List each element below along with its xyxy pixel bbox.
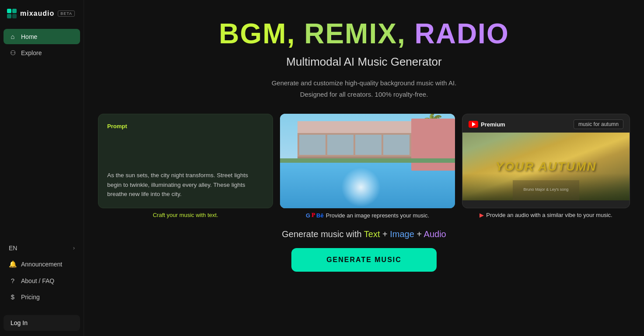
generate-section: Generate music with Text + Image + Audio… (282, 229, 446, 272)
beta-badge: BETA (58, 10, 75, 17)
sidebar-nav: ⌂ Home ⚇ Explore (0, 27, 84, 237)
about-label: About / FAQ (21, 277, 54, 284)
sidebar-item-explore-label: Explore (21, 49, 42, 56)
language-selector[interactable]: EN › (4, 241, 80, 256)
sidebar-item-about[interactable]: ? About / FAQ (4, 273, 80, 288)
hero-subtitle: Multimodal AI Music Generator (286, 55, 441, 69)
sidebar-item-explore[interactable]: ⚇ Explore (4, 45, 80, 61)
audio-highlight: Audio (424, 229, 446, 239)
hero-description: Generate and customize high-quality back… (272, 77, 457, 100)
sidebar-bottom: EN › 🔔 Announcement ? About / FAQ $ Pric… (0, 237, 84, 312)
image-card-label: G 𝐏 Bē Provide an image represents your … (280, 212, 455, 219)
hero-title: BGM, REMIX, RADIO (219, 18, 509, 50)
sidebar-item-pricing[interactable]: $ Pricing (4, 289, 80, 304)
audio-caption-icon: ▶ (480, 212, 484, 218)
cards-row: Prompt As the sun sets, the city night t… (102, 114, 626, 219)
autumn-subtitle: Bruno Major & Ley's song (524, 187, 569, 192)
youtube-premium-label: Premium (481, 121, 505, 128)
audio-card-header: Premium music for autumn (462, 114, 630, 133)
question-icon: ? (9, 277, 17, 284)
pricing-label: Pricing (21, 294, 40, 301)
image-highlight: Image (390, 229, 414, 239)
sidebar-item-home[interactable]: ⌂ Home (4, 29, 80, 44)
prompt-card-col: Prompt As the sun sets, the city night t… (98, 114, 273, 219)
prompt-text: As the sun sets, the city night transfor… (107, 171, 264, 199)
title-radio: RADIO (406, 18, 509, 49)
logo-area: mixaudio BETA (0, 0, 84, 27)
text-highlight: Text (364, 229, 380, 239)
youtube-icon (469, 121, 478, 128)
google-icon: G (306, 212, 310, 219)
image-card-inner: 🌴 (280, 114, 455, 208)
image-card[interactable]: 🌴 (280, 114, 455, 208)
audio-card-label: ▶ Provide an audio with a similar vibe t… (462, 212, 630, 218)
prompt-card-label: Craft your music with text. (98, 212, 273, 218)
generate-text-prefix: Generate music with (282, 229, 361, 239)
sidebar-item-announcement[interactable]: 🔔 Announcement (4, 256, 80, 272)
audio-caption: Provide an audio with a similar vibe to … (486, 212, 612, 218)
explore-icon: ⚇ (9, 49, 17, 57)
image-caption: Provide an image represents your music. (326, 212, 429, 219)
audio-card[interactable]: Premium music for autumn YOUR AUTUMN Bru… (462, 114, 630, 208)
image-card-col: 🌴 G 𝐏 Bē Provide an image rep (280, 114, 455, 219)
audio-card-col: Premium music for autumn YOUR AUTUMN Bru… (462, 114, 630, 219)
ground-strip (280, 158, 455, 163)
audio-thumbnail: YOUR AUTUMN Bruno Major & Ley's song (462, 133, 630, 200)
play-icon (472, 122, 476, 126)
sidebar-item-home-label: Home (21, 33, 37, 40)
generate-text: Generate music with Text + Image + Audio (282, 229, 446, 239)
language-code: EN (9, 245, 17, 252)
generate-music-button[interactable]: GENERATE MUSIC (291, 248, 437, 272)
main-content: BGM, REMIX, RADIO Multimodal AI Music Ge… (84, 0, 644, 336)
autumn-title-text: YOUR AUTUMN (496, 159, 597, 174)
logo-icon (7, 9, 17, 18)
dollar-icon: $ (9, 293, 17, 301)
login-button[interactable]: Log In (4, 315, 80, 331)
home-icon: ⌂ (9, 33, 17, 40)
prompt-label: Prompt (107, 123, 264, 130)
youtube-badge: Premium (469, 121, 505, 128)
sidebar: mixaudio BETA ⌂ Home ⚇ Explore EN › 🔔 An… (0, 0, 84, 336)
prompt-caption: Craft your music with text. (153, 212, 218, 218)
pinterest-icon: 𝐏 (312, 212, 315, 219)
chevron-right-icon: › (73, 245, 75, 251)
announcement-label: Announcement (21, 261, 62, 268)
pool-splash (341, 168, 381, 207)
logo-text: mixaudio (20, 10, 54, 18)
audio-search-tag: music for autumn (574, 119, 623, 129)
prompt-card[interactable]: Prompt As the sun sets, the city night t… (98, 114, 273, 208)
title-bgm: BGM, (219, 18, 295, 49)
behance-icon: Bē (316, 212, 324, 219)
bell-icon: 🔔 (9, 260, 17, 268)
title-remix: REMIX, (295, 18, 406, 49)
